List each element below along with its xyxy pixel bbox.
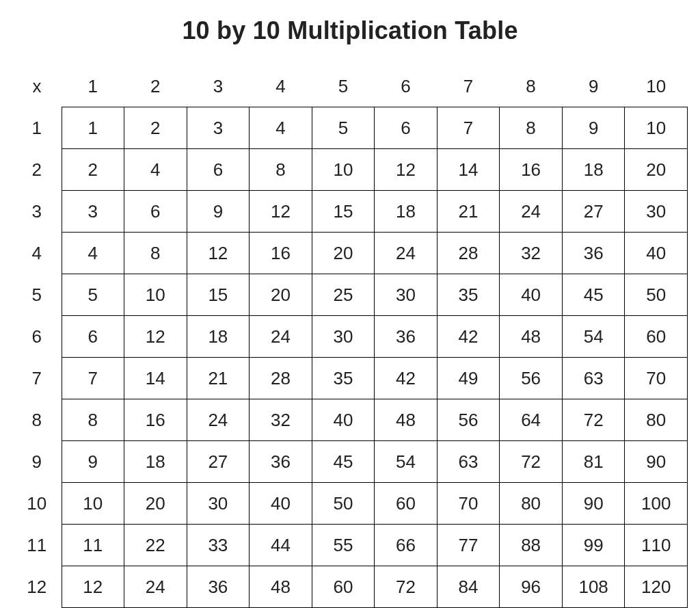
value-cell: 21 xyxy=(187,358,250,399)
value-cell: 2 xyxy=(62,149,124,191)
row-header: 10 xyxy=(12,483,62,525)
col-header: 5 xyxy=(312,66,375,107)
value-cell: 63 xyxy=(437,441,500,483)
value-cell: 8 xyxy=(124,233,187,274)
value-cell: 11 xyxy=(62,525,124,566)
value-cell: 50 xyxy=(312,483,375,525)
table-row: 88162432404856647280 xyxy=(12,399,688,441)
col-header: 6 xyxy=(375,66,438,107)
value-cell: 6 xyxy=(124,191,187,233)
row-header: 12 xyxy=(12,566,62,608)
value-cell: 36 xyxy=(562,233,625,274)
col-header: 4 xyxy=(250,66,312,107)
col-header: 7 xyxy=(437,66,500,107)
table-row: 99182736455463728190 xyxy=(12,441,688,483)
page-title: 10 by 10 Multiplication Table xyxy=(12,16,688,45)
value-cell: 45 xyxy=(312,441,375,483)
value-cell: 48 xyxy=(250,566,312,608)
row-header: 6 xyxy=(12,316,62,358)
value-cell: 96 xyxy=(500,566,563,608)
row-header: 7 xyxy=(12,358,62,399)
value-cell: 10 xyxy=(62,483,124,525)
value-cell: 3 xyxy=(187,107,250,149)
value-cell: 77 xyxy=(437,525,500,566)
value-cell: 32 xyxy=(500,233,563,274)
value-cell: 24 xyxy=(500,191,563,233)
value-cell: 48 xyxy=(500,316,563,358)
value-cell: 72 xyxy=(500,441,563,483)
corner-label: x xyxy=(12,66,62,107)
value-cell: 70 xyxy=(437,483,500,525)
value-cell: 45 xyxy=(562,274,625,316)
value-cell: 72 xyxy=(375,566,438,608)
value-cell: 10 xyxy=(124,274,187,316)
value-cell: 4 xyxy=(62,233,124,274)
value-cell: 12 xyxy=(62,566,124,608)
value-cell: 64 xyxy=(500,399,563,441)
value-cell: 99 xyxy=(562,525,625,566)
value-cell: 10 xyxy=(312,149,375,191)
table-row: 55101520253035404550 xyxy=(12,274,688,316)
value-cell: 4 xyxy=(250,107,312,149)
value-cell: 35 xyxy=(312,358,375,399)
value-cell: 70 xyxy=(625,358,688,399)
value-cell: 12 xyxy=(250,191,312,233)
value-cell: 18 xyxy=(187,316,250,358)
value-cell: 8 xyxy=(62,399,124,441)
value-cell: 54 xyxy=(562,316,625,358)
value-cell: 12 xyxy=(187,233,250,274)
value-cell: 15 xyxy=(187,274,250,316)
row-header: 2 xyxy=(12,149,62,191)
multiplication-table-page: 10 by 10 Multiplication Table x 1 2 3 4 … xyxy=(0,0,700,608)
value-cell: 84 xyxy=(437,566,500,608)
value-cell: 90 xyxy=(625,441,688,483)
value-cell: 81 xyxy=(562,441,625,483)
row-header: 11 xyxy=(12,525,62,566)
row-header: 3 xyxy=(12,191,62,233)
value-cell: 20 xyxy=(625,149,688,191)
value-cell: 120 xyxy=(625,566,688,608)
value-cell: 63 xyxy=(562,358,625,399)
value-cell: 30 xyxy=(312,316,375,358)
value-cell: 108 xyxy=(562,566,625,608)
table-body: 1123456789102246810121416182033691215182… xyxy=(12,107,688,608)
value-cell: 32 xyxy=(250,399,312,441)
value-cell: 21 xyxy=(437,191,500,233)
value-cell: 28 xyxy=(437,233,500,274)
value-cell: 10 xyxy=(625,107,688,149)
value-cell: 22 xyxy=(124,525,187,566)
value-cell: 36 xyxy=(250,441,312,483)
value-cell: 24 xyxy=(187,399,250,441)
value-cell: 12 xyxy=(124,316,187,358)
value-cell: 44 xyxy=(250,525,312,566)
row-header: 4 xyxy=(12,233,62,274)
value-cell: 80 xyxy=(625,399,688,441)
value-cell: 33 xyxy=(187,525,250,566)
value-cell: 27 xyxy=(187,441,250,483)
value-cell: 49 xyxy=(437,358,500,399)
row-header: 8 xyxy=(12,399,62,441)
value-cell: 18 xyxy=(124,441,187,483)
value-cell: 24 xyxy=(124,566,187,608)
value-cell: 9 xyxy=(562,107,625,149)
table-row: 10102030405060708090100 xyxy=(12,483,688,525)
value-cell: 6 xyxy=(62,316,124,358)
value-cell: 1 xyxy=(62,107,124,149)
value-cell: 80 xyxy=(500,483,563,525)
row-header: 1 xyxy=(12,107,62,149)
value-cell: 12 xyxy=(375,149,438,191)
value-cell: 16 xyxy=(500,149,563,191)
value-cell: 56 xyxy=(437,399,500,441)
col-header: 3 xyxy=(187,66,250,107)
value-cell: 88 xyxy=(500,525,563,566)
value-cell: 50 xyxy=(625,274,688,316)
table-row: 22468101214161820 xyxy=(12,149,688,191)
value-cell: 9 xyxy=(187,191,250,233)
col-header: 1 xyxy=(62,66,124,107)
value-cell: 20 xyxy=(124,483,187,525)
value-cell: 40 xyxy=(625,233,688,274)
value-cell: 27 xyxy=(562,191,625,233)
value-cell: 7 xyxy=(62,358,124,399)
value-cell: 6 xyxy=(187,149,250,191)
value-cell: 5 xyxy=(312,107,375,149)
